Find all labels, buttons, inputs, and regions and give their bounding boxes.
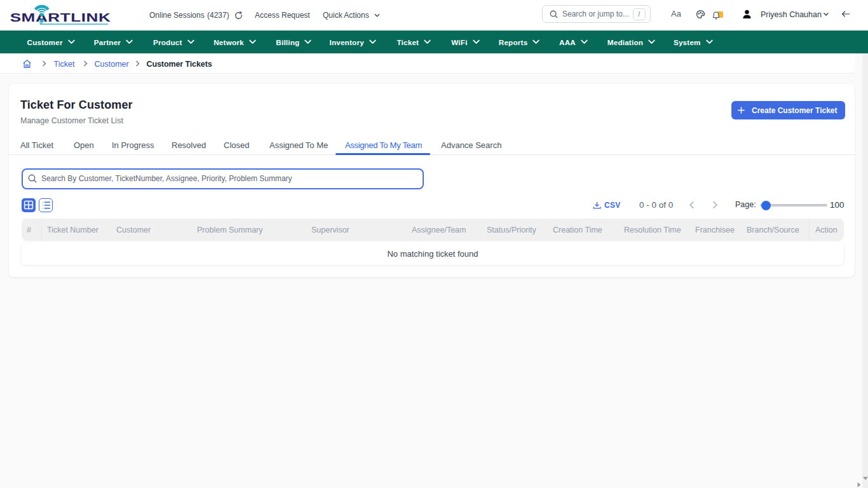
svg-text:SMARTLINK: SMARTLINK <box>10 11 111 24</box>
